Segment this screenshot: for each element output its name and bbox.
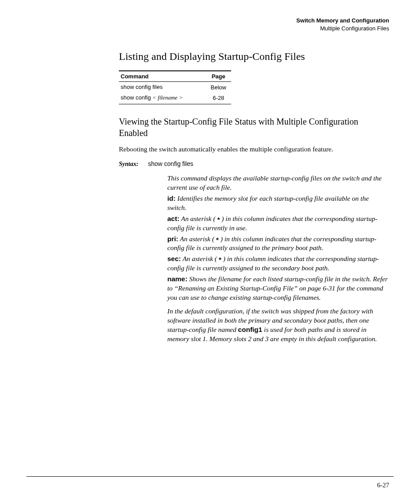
syntax-command: show config files bbox=[148, 160, 193, 167]
cmd-text: show config files bbox=[121, 84, 162, 90]
desc-lead: This command displays the available star… bbox=[167, 174, 389, 192]
sec-pre: An asterisk ( bbox=[181, 255, 219, 262]
main-content: Listing and Displaying Startup-Config Fi… bbox=[119, 51, 389, 344]
act-label: act: bbox=[167, 215, 180, 222]
cmd-text: show config bbox=[121, 94, 152, 101]
running-header: Switch Memory and Configuration Multiple… bbox=[26, 17, 389, 32]
page-title: Listing and Displaying Startup-Config Fi… bbox=[119, 51, 389, 63]
pri-pre: An asterisk ( bbox=[178, 235, 216, 243]
name-label: name: bbox=[167, 275, 188, 283]
tail-bold: config1 bbox=[238, 326, 262, 333]
footer-rule bbox=[26, 476, 394, 477]
cmd-page: 6-28 bbox=[206, 92, 231, 104]
desc-tail: In the default configuration, if the swi… bbox=[167, 307, 389, 344]
cmd-arg: < filename > bbox=[152, 94, 183, 101]
command-table: Command Page show config files Below sho… bbox=[119, 70, 231, 104]
desc-act: act: An asterisk ( * ) in this column in… bbox=[167, 214, 389, 233]
pri-label: pri: bbox=[167, 235, 178, 243]
desc-pri: pri: An asterisk ( * ) in this column in… bbox=[167, 235, 389, 253]
description-block: This command displays the available star… bbox=[167, 174, 389, 344]
chapter-title: Switch Memory and Configuration bbox=[26, 17, 389, 25]
th-page: Page bbox=[206, 71, 231, 82]
asterisk-icon: * bbox=[216, 236, 219, 243]
table-row: show config < filename > 6-28 bbox=[119, 92, 231, 104]
th-command: Command bbox=[119, 71, 206, 82]
id-label: id: bbox=[167, 195, 176, 202]
sec-label: sec: bbox=[167, 255, 181, 262]
subsection-title: Viewing the Startup-Config File Status w… bbox=[119, 116, 389, 139]
desc-sec: sec: An asterisk ( * ) in this column in… bbox=[167, 254, 389, 273]
desc-name: name: Shows the filename for each listed… bbox=[167, 275, 389, 302]
cmd-page: Below bbox=[206, 82, 231, 93]
syntax-line: Syntax: show config files bbox=[119, 160, 389, 168]
name-text: Shows the filename for each listed start… bbox=[167, 275, 388, 301]
page-number: 6-27 bbox=[377, 482, 390, 489]
asterisk-icon: * bbox=[219, 256, 221, 263]
id-text: Identifies the memory slot for each star… bbox=[167, 195, 369, 211]
table-row: show config files Below bbox=[119, 82, 231, 93]
desc-id: id: Identifies the memory slot for each … bbox=[167, 194, 389, 213]
syntax-label: Syntax: bbox=[119, 161, 138, 167]
intro-paragraph: Rebooting the switch automatically enabl… bbox=[119, 145, 389, 154]
act-pre: An asterisk ( bbox=[180, 215, 217, 222]
asterisk-icon: * bbox=[217, 216, 220, 223]
section-title-small: Multiple Configuration Files bbox=[26, 25, 389, 33]
